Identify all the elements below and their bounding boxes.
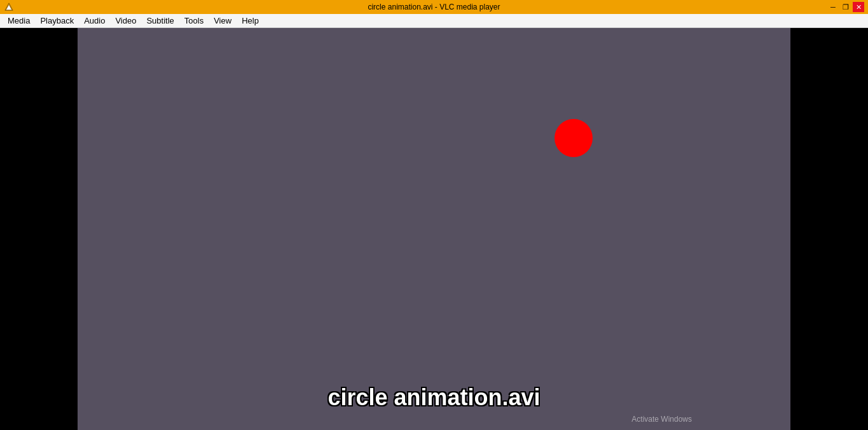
subtitle-text: circle animation.avi (327, 384, 540, 411)
close-button[interactable]: ✕ (853, 2, 864, 12)
minimize-button[interactable]: ─ (827, 2, 839, 12)
menu-item-audio[interactable]: Audio (79, 14, 110, 27)
video-canvas[interactable]: circle animation.avi Activate Windows (78, 28, 790, 430)
menu-item-video[interactable]: Video (110, 14, 141, 27)
app-icon (4, 2, 14, 12)
menu-item-view[interactable]: View (209, 14, 237, 27)
title-bar: circle animation.avi - VLC media player … (0, 0, 868, 14)
menu-item-subtitle[interactable]: Subtitle (141, 14, 179, 27)
menu-bar: Media Playback Audio Video Subtitle Tool… (0, 14, 868, 28)
video-right-bar (790, 28, 868, 430)
menu-item-media[interactable]: Media (3, 14, 35, 27)
menu-item-playback[interactable]: Playback (35, 14, 79, 27)
red-circle (555, 119, 593, 157)
activate-windows-text: Activate Windows (631, 415, 692, 424)
window-title: circle animation.avi - VLC media player (368, 3, 500, 11)
video-left-bar (0, 28, 78, 430)
menu-item-tools[interactable]: Tools (179, 14, 209, 27)
window-controls: ─ ❐ ✕ (827, 2, 864, 12)
video-container: circle animation.avi Activate Windows (0, 28, 868, 430)
maximize-button[interactable]: ❐ (840, 2, 851, 12)
menu-item-help[interactable]: Help (237, 14, 264, 27)
